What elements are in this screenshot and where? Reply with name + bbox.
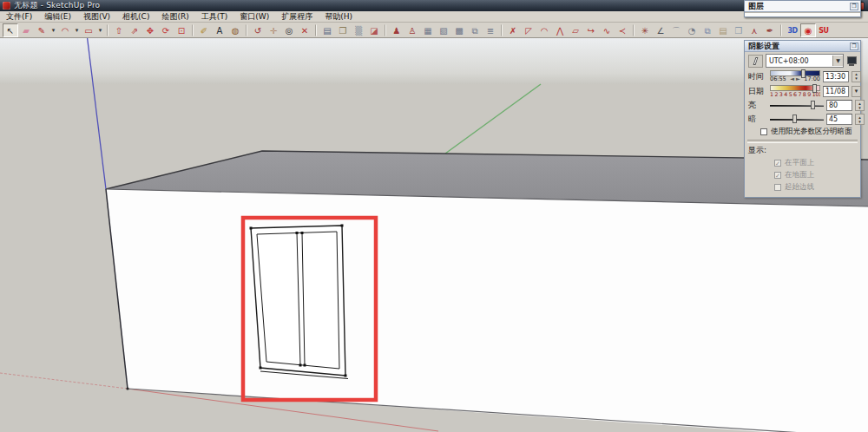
light-value-field[interactable]: 80	[826, 100, 852, 111]
orbit-tool-button[interactable]: ↺	[250, 23, 266, 37]
push-pull-tool-button[interactable]: ⇧	[111, 23, 127, 37]
stamp-tool-button[interactable]: ⋀	[552, 23, 568, 37]
sketchup-logo-button[interactable]: ◉	[800, 23, 816, 37]
rectangle-tool-dropdown[interactable]: ▾	[96, 23, 104, 37]
flip-edge-tool-button[interactable]: ∿	[599, 23, 615, 37]
component-button[interactable]: ❒	[731, 23, 746, 37]
line-tool-button[interactable]: ✎	[34, 23, 49, 37]
menu-tools[interactable]: 工具(T)	[195, 11, 234, 22]
dark-spinner[interactable]: ▴▾	[855, 114, 865, 125]
pan-tool-button[interactable]: ✛	[266, 23, 281, 37]
time-spinner[interactable]: ▴▾	[852, 71, 861, 82]
menu-draw[interactable]: 绘图(R)	[155, 11, 194, 22]
monitor-icon[interactable]	[846, 56, 857, 66]
sandbox-from-contours-button[interactable]: ✗	[505, 23, 521, 37]
stack-panels-button-1[interactable]: ⧉	[467, 23, 483, 37]
axes-tool-button[interactable]: ✳	[637, 23, 653, 37]
sandbox-from-scratch-button[interactable]: ◸	[521, 23, 536, 37]
sample-paint-button[interactable]: ✒	[762, 23, 778, 37]
window-model[interactable]	[250, 225, 349, 379]
walk-tool-button[interactable]: ♙	[404, 23, 420, 37]
drape-tool-button[interactable]: ▱	[568, 23, 583, 37]
notes-button[interactable]: ▤	[715, 23, 731, 37]
follow-me-tool-button[interactable]: ⇗	[127, 23, 142, 37]
fog-toggle-button[interactable]: ▒	[351, 23, 366, 37]
window-title: 无标题 - SketchUp Pro	[14, 0, 807, 11]
zoom-extents-tool-button[interactable]: ✕	[297, 23, 312, 37]
arc-tool-button[interactable]: ◠	[57, 23, 73, 37]
section-plane-tool-button[interactable]: ◪	[366, 23, 382, 37]
su-campus-button[interactable]: SU	[816, 23, 832, 37]
pages-button[interactable]: ⧉	[700, 23, 715, 37]
time-value-field[interactable]: 13:30	[823, 71, 849, 82]
arc-tool-dropdown[interactable]: ▾	[73, 23, 81, 37]
shadows-toggle-button[interactable]: ❐	[335, 23, 351, 37]
time-slider[interactable]: 06:55◄ ►17:00	[770, 70, 820, 82]
use-sun-checkbox[interactable]	[760, 128, 767, 135]
origin-point	[126, 387, 128, 389]
menu-edit[interactable]: 编辑(E)	[38, 11, 77, 22]
move-tool-button[interactable]: ✥	[142, 23, 158, 37]
date-label: 日期	[748, 86, 767, 97]
rollup-icon[interactable]: ❐	[850, 43, 858, 50]
shadow-dialog-titlebar[interactable]: 阴影设置 ❐	[745, 41, 860, 52]
toggle-shadows-icon[interactable]	[748, 55, 763, 68]
time-slider-thumb[interactable]	[801, 69, 806, 78]
panel-titlebar[interactable]: 图层❐	[745, 1, 860, 12]
dividers-tool-button[interactable]: ⋏	[746, 23, 762, 37]
toolbar-separator	[192, 24, 194, 36]
toolbar-separator	[780, 24, 782, 36]
warehouse-button[interactable]: 3D	[785, 23, 800, 37]
protractor-tool-button[interactable]: ∠	[653, 23, 668, 37]
line-tool-dropdown[interactable]: ▾	[49, 23, 57, 37]
use-sun-label: 使用阳光参数区分明暗面	[771, 127, 852, 137]
dark-slider-thumb[interactable]	[792, 115, 797, 123]
rotate-tool-button[interactable]: ⟳	[158, 23, 174, 37]
light-slider-thumb[interactable]	[811, 101, 815, 109]
date-slider-thumb[interactable]	[812, 84, 817, 93]
eraser-tool-button[interactable]: ▰	[18, 23, 34, 37]
position-camera-tool-button[interactable]: ♟	[389, 23, 404, 37]
select-tool-button[interactable]: ↖	[3, 23, 18, 37]
timezone-select[interactable]: UTC+08:00 ▼	[766, 54, 844, 68]
menu-extensions[interactable]: 扩展程序	[275, 11, 319, 22]
menu-help[interactable]: 帮助(H)	[319, 11, 358, 22]
checkbox-icon	[774, 184, 781, 191]
stack-panels-button-2[interactable]: ≣	[483, 23, 498, 37]
light-label: 亮	[748, 100, 767, 111]
toolbar-separator	[315, 24, 317, 36]
menu-file[interactable]: 文件(F)	[0, 11, 38, 22]
menu-camera[interactable]: 相机(C)	[116, 11, 155, 22]
pie-tool-button[interactable]: ◔	[684, 23, 700, 37]
smoove-tool-button[interactable]: ◠	[536, 23, 552, 37]
text-tool-button[interactable]: A	[212, 23, 227, 37]
shadow-dialog-title: 阴影设置	[748, 41, 779, 52]
app-icon	[3, 2, 10, 10]
time-label: 时间	[748, 71, 767, 82]
add-detail-tool-button[interactable]: ↪	[583, 23, 599, 37]
3d-viewport[interactable]	[0, 38, 868, 432]
light-spinner[interactable]: ▴▾	[855, 100, 865, 111]
dark-slider[interactable]	[770, 116, 824, 123]
chevron-down-icon: ▼	[832, 56, 843, 66]
light-slider[interactable]	[770, 102, 824, 109]
checkbox-icon: ✓	[774, 172, 781, 179]
zoom-tool-button[interactable]: ◎	[281, 23, 297, 37]
date-value-field[interactable]: 11/08	[823, 86, 849, 97]
paint-bucket-tool-button[interactable]: ◍	[227, 23, 243, 37]
fence-style-button-1[interactable]: ▦	[420, 23, 436, 37]
date-dropdown[interactable]: ▼	[852, 86, 861, 97]
previous-view-button[interactable]: ▤	[319, 23, 335, 37]
rotate-edge-tool-button[interactable]: ≺	[615, 23, 630, 37]
date-slider[interactable]: 1 2 3 4 5 6 7 8 9 101112	[770, 85, 820, 97]
fence-style-button-2[interactable]: ▧	[436, 23, 451, 37]
tape-measure-tool-button[interactable]: ✐	[196, 23, 212, 37]
offset-tool-button[interactable]: ⊡	[174, 23, 189, 37]
expand-icon[interactable]: ❐	[850, 3, 858, 10]
rectangle-tool-button[interactable]: ▭	[81, 23, 96, 37]
dark-value-field[interactable]: 45	[826, 114, 852, 125]
menu-window[interactable]: 窗口(W)	[233, 11, 275, 22]
menu-view[interactable]: 视图(V)	[77, 11, 116, 22]
dimension-tool-button[interactable]: ⌒	[668, 23, 684, 37]
fence-style-button-3[interactable]: ▩	[451, 23, 467, 37]
